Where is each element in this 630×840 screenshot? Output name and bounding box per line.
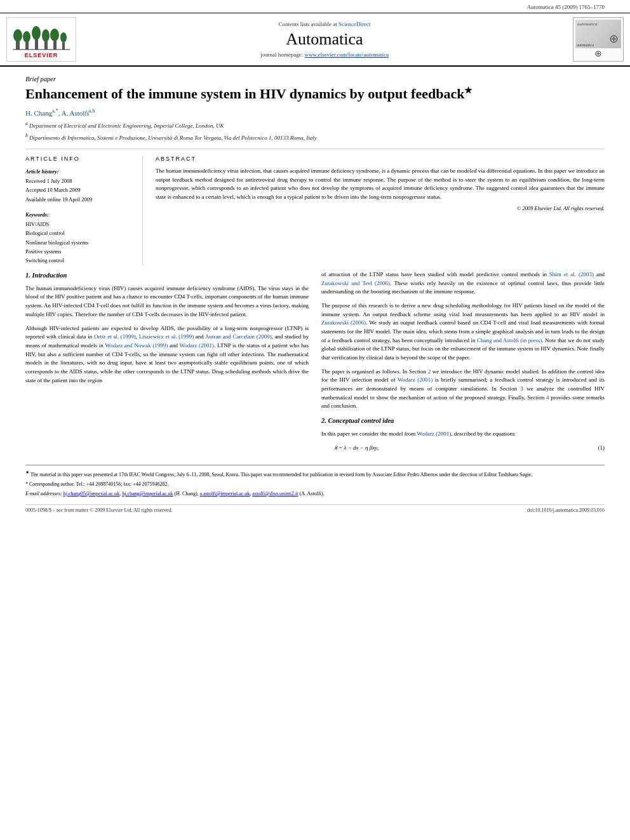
ref-lisziewicz[interactable]: Lisziewicz et al. (1999) bbox=[139, 333, 194, 340]
divider bbox=[25, 149, 605, 149]
eq1-text: ẋ = λ − dx − η βxy, bbox=[334, 444, 379, 453]
bottom-bar: 0005-1098/$ – see front matter © 2009 El… bbox=[25, 504, 605, 513]
ref-wodarz-nowak[interactable]: Wodarz and Nowak (1999) bbox=[105, 342, 168, 349]
footnote-star: ★ The material in this paper was present… bbox=[25, 469, 605, 479]
elsevier-logo: ELSEVIER bbox=[6, 17, 76, 62]
authors-line: H. Changa,*, A. Astolfia,h bbox=[25, 108, 605, 117]
section1-heading: 1. Introduction bbox=[25, 270, 309, 281]
footnote-emails: E-mail addresses: hj.chang05@imperial.ac… bbox=[25, 490, 605, 498]
equation-1: ẋ = λ − dx − η βxy, (1) bbox=[334, 444, 605, 453]
journal-thumbnail: automatica ⊕ ⊕ bbox=[573, 17, 624, 62]
affiliations: a Department of Electrical and Electroni… bbox=[25, 120, 605, 142]
journal-header: ELSEVIER Contents lists available at Sci… bbox=[0, 13, 630, 67]
keywords-section: Keywords: HIV/AIDS Biological control No… bbox=[25, 210, 133, 265]
abstract-col: ABSTRACT The human immunodeficiency viru… bbox=[156, 156, 605, 265]
keyword-3: Nonlinear biological systems bbox=[25, 238, 133, 247]
intro-para1: The human immunodeficiency virus (HIV) c… bbox=[25, 284, 309, 319]
svg-rect-6 bbox=[44, 41, 48, 50]
received-date: Received 1 July 2008 bbox=[25, 177, 133, 185]
intro-para2: Although HIV-infected patients are expec… bbox=[25, 324, 309, 385]
journal-homepage: journal homepage: www.elsevier.com/locat… bbox=[83, 51, 566, 58]
ref-wodarz2001[interactable]: Wodarz (2001) bbox=[180, 342, 214, 349]
svg-rect-8 bbox=[53, 41, 57, 50]
ref-sec4[interactable]: 4 bbox=[546, 394, 549, 401]
available-date: Available online 19 April 2009 bbox=[25, 195, 133, 204]
ref-ortiz[interactable]: Ortiz et al. (1999) bbox=[94, 333, 136, 340]
body-left-col: 1. Introduction The human immunodeficien… bbox=[25, 270, 309, 456]
ref-sec2[interactable]: 2 bbox=[428, 368, 431, 375]
sec2-para1: In this paper we consider the model from… bbox=[321, 430, 605, 439]
journal-citation: Automatica 45 (2009) 1765–1770 bbox=[527, 4, 605, 10]
issn-text: 0005-1098/$ – see front matter © 2009 El… bbox=[25, 507, 173, 513]
ref-shim[interactable]: Shim et al. (2003) bbox=[549, 271, 594, 277]
sciencedirect-link[interactable]: ScienceDirect bbox=[338, 21, 370, 27]
journal-center: Contents lists available at ScienceDirec… bbox=[76, 18, 573, 60]
keyword-1: HIV/AIDS bbox=[25, 220, 133, 229]
body-section: 1. Introduction The human immunodeficien… bbox=[25, 270, 605, 456]
intro-para5: The paper is organised as follows. In Se… bbox=[321, 368, 605, 411]
page: Automatica 45 (2009) 1765–1770 bbox=[0, 0, 630, 840]
journal-name: Automatica bbox=[83, 30, 566, 49]
elsevier-wordmark: ELSEVIER bbox=[25, 52, 58, 58]
ref-chang-astolfi[interactable]: Chang and Astolfi (in press) bbox=[477, 337, 542, 343]
svg-point-9 bbox=[50, 29, 59, 41]
section2-heading: 2. Conceptual control idea bbox=[321, 416, 605, 426]
article-info-col: ARTICLE INFO Article history: Received 1… bbox=[25, 156, 143, 265]
affiliation-a: a Department of Electrical and Electroni… bbox=[25, 120, 605, 131]
svg-rect-2 bbox=[25, 42, 29, 50]
doi-text: doi:10.1016/j.automatica.2009.03.016 bbox=[527, 507, 605, 513]
article-history: Article history: Received 1 July 2008 Ac… bbox=[25, 167, 133, 204]
svg-point-5 bbox=[32, 26, 41, 40]
accepted-date: Accepted 10 March 2009 bbox=[25, 185, 133, 194]
article-info-abstract: ARTICLE INFO Article history: Received 1… bbox=[25, 156, 605, 265]
ref-wodarz2001-2[interactable]: Wodarz (2001) bbox=[398, 377, 432, 383]
homepage-link[interactable]: www.elsevier.com/locate/automatica bbox=[305, 51, 389, 58]
svg-point-3 bbox=[23, 31, 30, 43]
ref-zurakowski2006[interactable]: Zurakowski (2006) bbox=[321, 319, 366, 326]
svg-rect-0 bbox=[16, 41, 20, 50]
article-title: Enhancement of the immune system in HIV … bbox=[25, 85, 605, 103]
abstract-text: The human immunodeficiency virus infecti… bbox=[156, 167, 605, 201]
footnote-corresponding: * Corresponding author. Tel.: +44 208874… bbox=[25, 481, 605, 488]
email-chang-1[interactable]: hj.chang05@imperial.ac.uk bbox=[64, 491, 119, 497]
affiliation-h: h Dipartimento di Informatica, Sistemi e… bbox=[25, 132, 605, 143]
ref-sec3[interactable]: 3 bbox=[520, 385, 523, 392]
article-info-label: ARTICLE INFO bbox=[25, 156, 133, 162]
copyright-text: © 2009 Elsevier Ltd. All rights reserved… bbox=[156, 205, 605, 211]
ref-zurakowski-teel[interactable]: Zurakowski and Teel (2006) bbox=[321, 280, 390, 286]
svg-point-1 bbox=[13, 29, 22, 42]
keyword-2: Biological control bbox=[25, 229, 133, 237]
main-content: Brief paper Enhancement of the immune sy… bbox=[0, 67, 630, 522]
intro-para3: of attraction of the LTNP status have be… bbox=[321, 270, 605, 297]
keyword-5: Switching control bbox=[25, 256, 133, 265]
paper-type-label: Brief paper bbox=[25, 76, 605, 83]
svg-point-7 bbox=[42, 29, 50, 42]
email-astolfi-1[interactable]: a.astolfi@imperial.ac.uk bbox=[200, 491, 250, 497]
keyword-4: Positive systems bbox=[25, 247, 133, 256]
svg-point-11 bbox=[60, 32, 67, 43]
svg-rect-10 bbox=[62, 43, 65, 50]
email-chang-2[interactable]: hj.chang@imperial.ac.uk bbox=[122, 491, 173, 497]
abstract-label: ABSTRACT bbox=[156, 156, 605, 162]
body-right-col: of attraction of the LTNP status have be… bbox=[321, 270, 605, 456]
intro-para4: The purpose of this research is to deriv… bbox=[321, 302, 605, 363]
svg-rect-4 bbox=[35, 39, 38, 50]
ref-wodarz2001-sec2[interactable]: Wodarz (2001) bbox=[417, 430, 451, 437]
thumb-icon: ⊕ bbox=[594, 48, 602, 59]
top-bar: Automatica 45 (2009) 1765–1770 bbox=[0, 0, 630, 13]
contents-line: Contents lists available at ScienceDirec… bbox=[83, 21, 566, 27]
keywords-label: Keywords: bbox=[25, 210, 133, 219]
footnote-area: ★ The material in this paper was present… bbox=[25, 465, 605, 498]
thumb-image: automatica ⊕ bbox=[575, 20, 621, 48]
elsevier-tree-graphic bbox=[13, 22, 70, 52]
eq1-number: (1) bbox=[598, 444, 605, 453]
history-label: Article history: bbox=[25, 167, 133, 176]
email-astolfi-2[interactable]: astolfi@disp.unirm2.it bbox=[252, 491, 298, 497]
ref-autran[interactable]: Autran and Carcelain (2000) bbox=[205, 333, 272, 340]
